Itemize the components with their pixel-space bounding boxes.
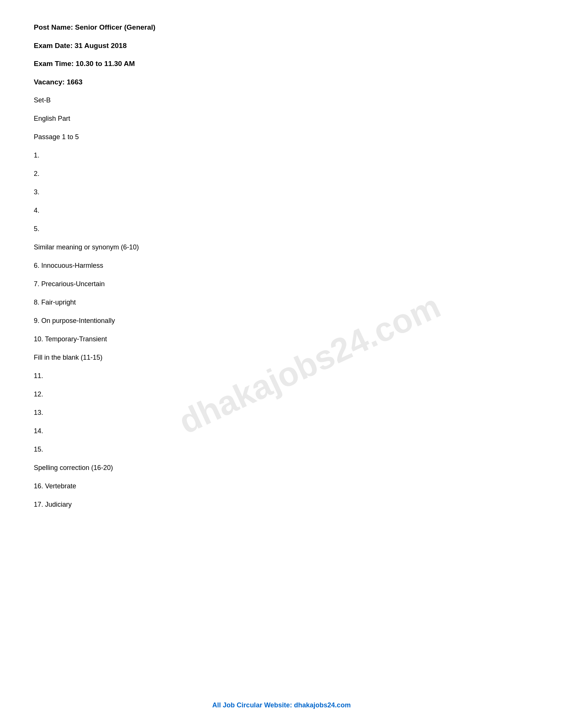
fill-blank-item-13: 13. <box>34 408 529 418</box>
watermark: dhakajobs24.com <box>173 287 446 441</box>
exam-date: Exam Date: 31 August 2018 <box>34 41 529 51</box>
passage-item-1: 1. <box>34 150 529 161</box>
synonym-header: Similar meaning or synonym (6-10) <box>34 242 529 252</box>
footer: All Job Circular Website: dhakajobs24.co… <box>0 701 563 709</box>
post-name: Post Name: Senior Officer (General) <box>34 23 529 33</box>
synonym-item-6: 6. Innocuous-Harmless <box>34 261 529 271</box>
passage-header: Passage 1 to 5 <box>34 132 529 142</box>
page-container: dhakajobs24.com Post Name: Senior Office… <box>0 0 563 728</box>
english-part-label: English Part <box>34 114 529 124</box>
passage-item-5: 5. <box>34 224 529 234</box>
synonym-item-10: 10. Temporary-Transient <box>34 334 529 344</box>
exam-time: Exam Time: 10.30 to 11.30 AM <box>34 59 529 69</box>
spelling-header: Spelling correction (16-20) <box>34 463 529 473</box>
passage-item-4: 4. <box>34 206 529 216</box>
synonym-item-8: 8. Fair-upright <box>34 297 529 308</box>
set-label: Set-B <box>34 95 529 105</box>
synonym-item-7: 7. Precarious-Uncertain <box>34 279 529 289</box>
spelling-item-16: 16. Vertebrate <box>34 481 529 491</box>
fill-blank-item-11: 11. <box>34 371 529 381</box>
spelling-item-17: 17. Judiciary <box>34 500 529 510</box>
fill-blank-item-15: 15. <box>34 444 529 455</box>
fill-blank-item-12: 12. <box>34 389 529 399</box>
passage-item-2: 2. <box>34 169 529 179</box>
passage-item-3: 3. <box>34 187 529 197</box>
vacancy: Vacancy: 1663 <box>34 77 529 87</box>
fill-blank-item-14: 14. <box>34 426 529 436</box>
fill-blank-header: Fill in the blank (11-15) <box>34 353 529 363</box>
synonym-item-9: 9. On purpose-Intentionally <box>34 316 529 326</box>
